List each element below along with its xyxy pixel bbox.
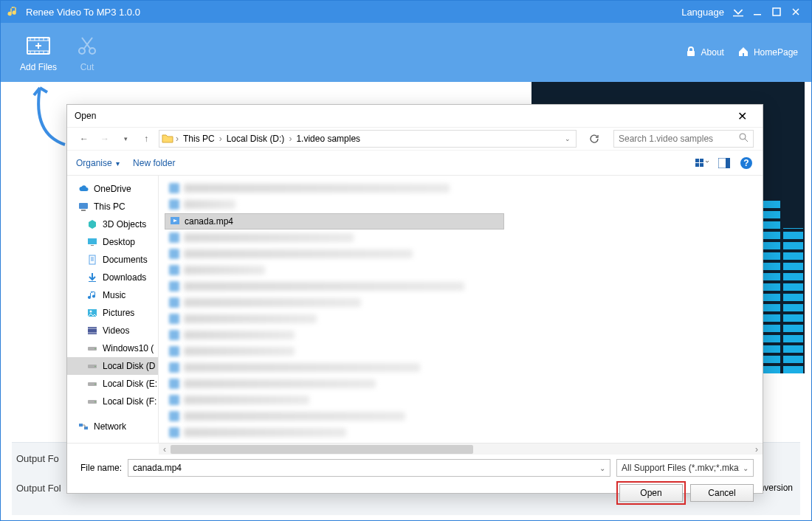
dialog-toolbar: Organise ▾ New folder ? <box>67 151 763 176</box>
homepage-link[interactable]: HomePage <box>737 46 798 60</box>
svg-rect-0 <box>733 15 743 16</box>
svg-rect-21 <box>89 281 96 282</box>
cloud-icon <box>78 183 89 195</box>
svg-point-28 <box>94 366 96 368</box>
breadcrumb-1[interactable]: Local Disk (D:) <box>224 134 288 144</box>
svg-rect-11 <box>700 163 703 167</box>
vid-icon <box>86 325 98 337</box>
pic-icon <box>86 307 98 319</box>
title-bar: Renee Video To MP3 1.0.0 Language <box>1 1 811 23</box>
recent-dropdown[interactable]: ▾ <box>117 131 134 147</box>
disk-icon <box>86 378 98 390</box>
forward-button[interactable]: → <box>97 131 113 147</box>
svg-point-30 <box>94 384 96 385</box>
homepage-label: HomePage <box>754 47 798 58</box>
disk-icon <box>86 360 98 372</box>
sidebar-item[interactable]: This PC <box>67 198 158 215</box>
search-icon <box>739 133 749 145</box>
new-folder-button[interactable]: New folder <box>133 158 175 168</box>
up-button[interactable]: ↑ <box>138 131 154 147</box>
svg-rect-10 <box>695 163 699 167</box>
filename-field[interactable]: ⌄ <box>128 459 610 477</box>
app-window: Renee Video To MP3 1.0.0 Language Add Fi… <box>0 0 812 521</box>
sidebar-item[interactable]: Local Disk (F: <box>67 393 158 410</box>
arrow-hint-icon <box>28 82 72 148</box>
svg-rect-13 <box>726 158 730 168</box>
desktop-icon <box>86 236 98 248</box>
svg-point-26 <box>94 348 96 350</box>
sidebar-item[interactable]: Desktop <box>67 233 158 251</box>
language-button[interactable]: Language <box>681 7 724 18</box>
file-list[interactable]: canada.mp4 <box>159 176 763 443</box>
add-files-button[interactable]: Add Files <box>14 27 63 77</box>
open-dialog: Open ✕ ← → ▾ ↑ › This PC › Local Disk (D… <box>66 104 763 494</box>
back-button[interactable]: ← <box>76 131 92 147</box>
horizontal-scrollbar[interactable]: ‹ › <box>67 443 763 455</box>
open-button[interactable]: Open <box>619 484 683 502</box>
sidebar-item[interactable]: Windows10 ( <box>67 339 158 357</box>
sidebar-item[interactable]: Local Disk (E: <box>67 375 158 393</box>
output-folder-label: Output Fol <box>16 483 74 494</box>
sidebar[interactable]: OneDriveThis PC3D ObjectsDesktopDocument… <box>67 176 159 443</box>
file-item-selected[interactable]: canada.mp4 <box>165 213 504 230</box>
file-name: canada.mp4 <box>185 216 233 227</box>
dialog-body: OneDriveThis PC3D ObjectsDesktopDocument… <box>67 176 763 443</box>
music-icon <box>86 289 98 301</box>
search-input[interactable] <box>619 134 739 144</box>
breadcrumb-2[interactable]: 1.video samples <box>293 134 363 144</box>
svg-rect-8 <box>695 159 699 162</box>
svg-text:?: ? <box>743 158 749 168</box>
refresh-button[interactable] <box>585 130 603 148</box>
filename-input[interactable] <box>133 463 599 473</box>
lock-icon <box>685 46 697 60</box>
sidebar-item[interactable]: Downloads <box>67 269 158 286</box>
output-format-label: Output Fo <box>16 453 74 464</box>
about-link[interactable]: About <box>685 46 724 60</box>
video-file-icon <box>170 215 180 228</box>
sidebar-item[interactable]: 3D Objects <box>67 215 158 233</box>
breadcrumb-bar[interactable]: › This PC › Local Disk (D:) › 1.video sa… <box>159 130 577 148</box>
breadcrumb-dropdown[interactable]: ⌄ <box>560 131 576 147</box>
organise-button[interactable]: Organise ▾ <box>76 158 120 168</box>
add-files-label: Add Files <box>20 62 57 72</box>
sidebar-item[interactable]: Network <box>67 418 158 435</box>
app-logo-icon <box>7 5 20 18</box>
close-button[interactable] <box>786 2 805 21</box>
filename-label: File name: <box>76 463 122 473</box>
down-icon <box>86 272 98 283</box>
app-title: Renee Video To MP3 1.0.0 <box>26 7 681 18</box>
file-type-filter[interactable]: All Support Files (*.mkv;*.mka; ⌄ <box>616 459 754 477</box>
language-dropdown-icon[interactable] <box>729 2 748 21</box>
view-menu-button[interactable] <box>695 156 709 170</box>
cut-button[interactable]: Cut <box>63 27 111 77</box>
preview-pane-button[interactable] <box>717 156 732 170</box>
filename-dropdown-icon[interactable]: ⌄ <box>599 464 605 472</box>
dialog-close-button[interactable]: ✕ <box>729 106 755 125</box>
dialog-footer: File name: ⌄ All Support Files (*.mkv;*.… <box>67 455 763 509</box>
sidebar-item[interactable]: Pictures <box>67 304 158 322</box>
sidebar-item[interactable]: Videos <box>67 322 158 339</box>
cut-label: Cut <box>80 62 94 72</box>
scrollbar-thumb[interactable] <box>171 445 473 454</box>
svg-rect-9 <box>700 159 703 162</box>
cancel-button[interactable]: Cancel <box>690 484 754 502</box>
svg-point-7 <box>740 134 746 139</box>
maximize-button[interactable] <box>767 2 786 21</box>
net-icon <box>78 421 89 432</box>
svg-rect-19 <box>91 245 94 246</box>
search-box[interactable] <box>613 130 754 148</box>
sidebar-item[interactable]: Music <box>67 286 158 304</box>
sidebar-item[interactable]: OneDrive <box>67 180 158 198</box>
sidebar-item[interactable]: Local Disk (D <box>67 357 158 375</box>
home-icon <box>737 46 749 60</box>
minimize-button[interactable] <box>748 2 767 21</box>
doc-icon <box>86 254 98 266</box>
sidebar-item[interactable]: Documents <box>67 251 158 269</box>
svg-rect-24 <box>88 327 97 334</box>
about-label: About <box>701 47 724 58</box>
svg-rect-18 <box>88 238 97 244</box>
help-button[interactable]: ? <box>739 156 754 170</box>
address-bar: ← → ▾ ↑ › This PC › Local Disk (D:) › 1.… <box>67 127 763 151</box>
breadcrumb-0[interactable]: This PC <box>180 134 218 144</box>
cube-icon <box>86 218 98 230</box>
